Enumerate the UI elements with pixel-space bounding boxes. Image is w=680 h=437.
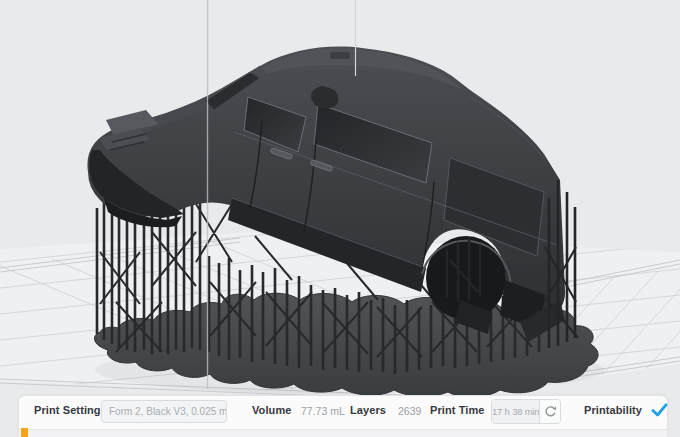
printability-label: Printability <box>584 404 642 416</box>
refresh-button[interactable] <box>539 400 560 423</box>
volume-value: 77.73 mL <box>301 405 345 417</box>
print-time-label: Print Time <box>430 404 485 416</box>
bottom-toolbar: Print Settings Form 2, Black V3, 0.025 m… <box>18 395 668 437</box>
layers-value: 2639 <box>398 405 421 417</box>
toolbar-footer <box>19 429 667 437</box>
print-time-input: 17 h 38 min <box>491 399 561 424</box>
print-settings-input[interactable]: Form 2, Black V3, 0.025 mm <box>101 400 227 423</box>
orange-accent <box>21 428 28 437</box>
volume-label: Volume <box>252 404 292 416</box>
refresh-icon <box>544 405 557 418</box>
layers-label: Layers <box>350 404 386 416</box>
print-settings-label: Print Settings <box>34 404 107 416</box>
viewport-3d[interactable] <box>0 0 680 437</box>
app-window: Print Settings Form 2, Black V3, 0.025 m… <box>0 0 680 437</box>
print-time-value: 17 h 38 min <box>492 400 539 423</box>
printability-check-icon <box>651 403 668 417</box>
